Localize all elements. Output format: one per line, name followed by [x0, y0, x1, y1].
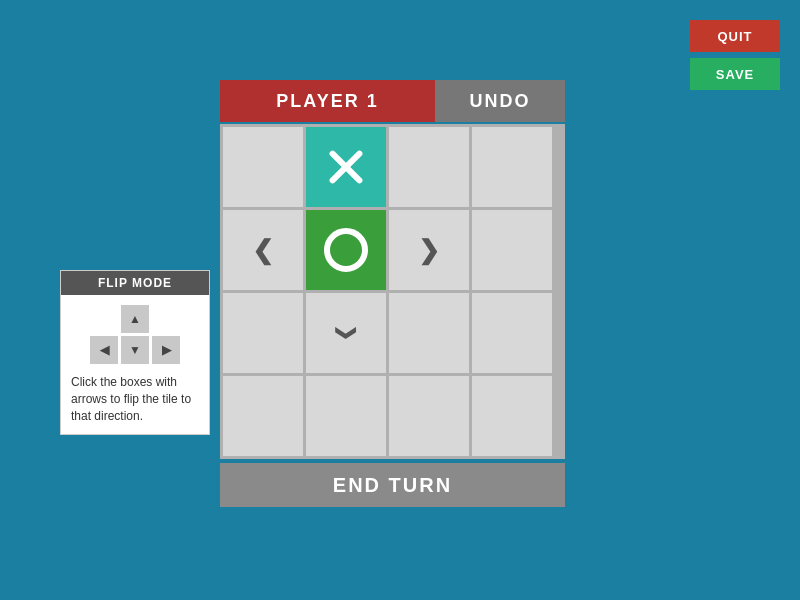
grid-cell-2-0[interactable] — [223, 293, 303, 373]
flip-mode-content: ▲ ◀ ▼ ▶ Click the boxes with arrows to f… — [61, 295, 209, 434]
undo-button[interactable]: UNDO — [435, 80, 565, 122]
arrow-right-icon: ❯ — [418, 235, 440, 266]
grid-cell-1-1[interactable] — [306, 210, 386, 290]
grid-cell-1-0[interactable]: ❮ — [223, 210, 303, 290]
flip-arrow-empty-tl — [90, 305, 118, 333]
o-mark — [324, 228, 368, 272]
header-row: PLAYER 1 UNDO — [220, 80, 565, 122]
flip-mode-panel: FLIP MODE ▲ ◀ ▼ ▶ Click the boxes with a… — [60, 270, 210, 435]
game-grid: ❮ ❯ ❯ — [220, 124, 565, 459]
flip-arrow-down[interactable]: ▼ — [121, 336, 149, 364]
grid-cell-2-1[interactable]: ❯ — [306, 293, 386, 373]
grid-cell-3-1[interactable] — [306, 376, 386, 456]
player-label: PLAYER 1 — [220, 80, 435, 122]
grid-cell-0-1[interactable] — [306, 127, 386, 207]
flip-arrow-grid: ▲ ◀ ▼ ▶ — [90, 305, 180, 364]
grid-cell-3-3[interactable] — [472, 376, 552, 456]
flip-arrow-empty-tr — [152, 305, 180, 333]
grid-cell-3-0[interactable] — [223, 376, 303, 456]
flip-mode-header: FLIP MODE — [61, 271, 209, 295]
x-mark — [324, 145, 368, 189]
save-button[interactable]: SAVE — [690, 58, 780, 90]
end-turn-button[interactable]: END TURN — [220, 463, 565, 507]
grid-cell-0-0[interactable] — [223, 127, 303, 207]
game-area: PLAYER 1 UNDO ❮ ❯ ❯ — [220, 80, 565, 507]
grid-cell-2-2[interactable] — [389, 293, 469, 373]
grid-cell-0-3[interactable] — [472, 127, 552, 207]
grid-cell-3-2[interactable] — [389, 376, 469, 456]
grid-cell-2-3[interactable] — [472, 293, 552, 373]
flip-description: Click the boxes with arrows to flip the … — [71, 374, 199, 424]
arrow-down-icon: ❯ — [334, 325, 358, 342]
grid-cell-1-2[interactable]: ❯ — [389, 210, 469, 290]
flip-arrow-up[interactable]: ▲ — [121, 305, 149, 333]
grid-cell-0-2[interactable] — [389, 127, 469, 207]
grid-cell-1-3[interactable] — [472, 210, 552, 290]
arrow-left-icon: ❮ — [252, 235, 274, 266]
top-buttons: QUIT SAVE — [690, 20, 780, 90]
flip-arrow-right[interactable]: ▶ — [152, 336, 180, 364]
flip-arrow-left[interactable]: ◀ — [90, 336, 118, 364]
quit-button[interactable]: QUIT — [690, 20, 780, 52]
